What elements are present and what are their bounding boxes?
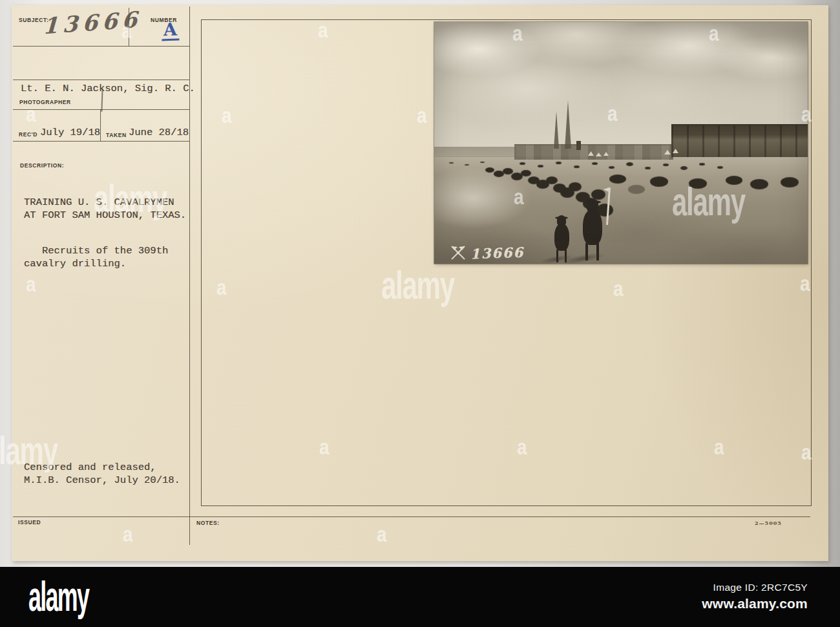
received-label: REC'D (19, 132, 37, 138)
photographer-label: PHOTOGRAPHER (19, 100, 71, 105)
rule-line (100, 109, 101, 141)
taken-date: June 28/18 (129, 127, 189, 140)
notes-label: NOTES: (196, 520, 220, 526)
description-title: TRAINING U. S. CAVALRYMEN AT FORT SAM HO… (24, 197, 186, 222)
signal-corps-crossed-flags-icon (448, 244, 468, 261)
received-date: July 19/18 (40, 127, 100, 140)
alamy-footer-bar: alamy Image ID: 2RC7C5Y www.alamy.com (0, 567, 840, 627)
censor-note: Censored and released, M.I.B. Censor, Ju… (24, 461, 180, 487)
photo-dust-cloud (434, 167, 531, 229)
photograph: 13666 (434, 22, 808, 264)
rule-line (13, 80, 189, 80)
subject-number-handwritten: 13666 (43, 8, 142, 37)
photo-barracks (671, 124, 808, 157)
alamy-url: www.alamy.com (702, 597, 808, 610)
photographer-name: Lt. E. N. Jackson, Sig. R. C. (21, 83, 195, 96)
description-detail: Recruits of the 309th cavalry drilling. (24, 244, 168, 270)
description-label: DESCRIPTION: (20, 163, 64, 169)
rule-line (13, 46, 189, 47)
rule-line (13, 516, 810, 517)
taken-label: TAKEN (106, 133, 127, 138)
photo-cavalry-column (434, 22, 445, 28)
number-stamp: A (161, 21, 179, 41)
alamy-logo: alamy (28, 576, 89, 617)
image-id-text: Image ID: 2RC7C5Y (702, 582, 808, 593)
form-print-code: 2—5005 (755, 520, 782, 526)
photo-id-marking: 13666 (448, 244, 524, 261)
photo-camp-buildings (514, 144, 673, 160)
photo-id-number: 13666 (470, 245, 525, 260)
photo-distant-camp (434, 147, 516, 158)
photo-water-tower (576, 141, 581, 150)
rule-line (13, 141, 189, 142)
archive-card-scan: SUBJECT: 13666 NUMBER A Lt. E. N. Jackso… (0, 0, 840, 627)
photo-lead-horse (582, 198, 604, 262)
issued-label: ISSUED (18, 520, 41, 526)
photo-horse (554, 215, 571, 262)
